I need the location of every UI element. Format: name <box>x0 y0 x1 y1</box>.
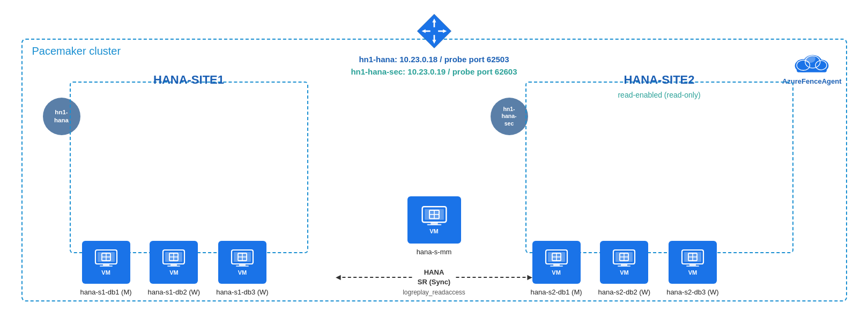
middle-vm-container: VM hana-s-mm <box>407 196 461 256</box>
load-balancer-icon <box>414 12 453 50</box>
vm-card-site2-db2: VM hana-s2-db2 (W) <box>598 241 651 296</box>
arrow-left-icon: ◄ <box>334 273 343 282</box>
monitor-icon <box>681 249 704 267</box>
monitor-icon <box>421 205 448 226</box>
vm-icon-middle: VM <box>407 196 461 244</box>
site1-vms: VM hana-s1-db1 (M) VM hana-s1-db2 (W) <box>80 241 269 296</box>
vm-label-site1-db2: hana-s1-db2 (W) <box>148 288 201 296</box>
vm-card-site2-db3: VM hana-s2-db3 (W) <box>666 241 719 296</box>
dashed-line-left <box>343 277 412 278</box>
vm-icon-site2-db3: VM <box>669 241 717 284</box>
sync-arrows: ◄ HANA SR (Sync) ► <box>334 268 534 287</box>
monitor-icon <box>612 249 636 267</box>
vm-label-site2-db3: hana-s2-db3 (W) <box>666 288 719 296</box>
diagram-wrapper: Pacemaker cluster hn1-hana: 10.23.0.18 /… <box>11 12 858 312</box>
vm-label-middle: hana-s-mm <box>417 248 452 256</box>
node-circle-secondary: hn1-hana-sec <box>491 98 528 135</box>
vm-icon-site1-db1: VM <box>82 241 130 284</box>
vm-label-site1-db3: hana-s1-db3 (W) <box>216 288 269 296</box>
svg-rect-65 <box>686 266 699 267</box>
site2-vms: VM hana-s2-db1 (M) VM hana-s2-db2 (W) <box>531 241 719 296</box>
svg-rect-12 <box>797 65 827 72</box>
site2-title: HANA-SITE2 <box>624 73 694 87</box>
monitor-icon <box>94 249 118 267</box>
vm-label-site2-db2: hana-s2-db2 (W) <box>598 288 651 296</box>
vm-card-site2-db1: VM hana-s2-db1 (M) <box>531 241 582 296</box>
svg-rect-30 <box>167 266 180 267</box>
svg-rect-44 <box>427 224 441 225</box>
monitor-icon <box>162 249 186 267</box>
read-enabled-label: read-enabled (read-only) <box>618 91 700 99</box>
svg-rect-23 <box>100 266 113 267</box>
monitor-icon <box>231 249 254 267</box>
svg-rect-58 <box>618 266 630 267</box>
site1-box: HANA-SITE1 <box>70 82 308 253</box>
load-balancer-container: hn1-hana: 10.23.0.18 / probe port 62503 … <box>351 12 517 78</box>
sync-area: ◄ HANA SR (Sync) ► logreplay_readaccess <box>334 268 534 296</box>
svg-rect-37 <box>236 266 249 267</box>
dashed-line-right <box>456 277 525 278</box>
lb-primary-label: hn1-hana: 10.23.0.18 / probe port 62503 <box>351 54 517 66</box>
fence-agent: AzureFenceAgent <box>782 49 842 85</box>
site2-box: HANA-SITE2 read-enabled (read-only) <box>525 82 793 253</box>
vm-label-site1-db1: hana-s1-db1 (M) <box>80 288 132 296</box>
vm-icon-site1-db3: VM <box>218 241 266 284</box>
cluster-label: Pacemaker cluster <box>32 45 121 57</box>
vm-icon-site2-db1: VM <box>532 241 581 284</box>
lb-secondary-label: hn1-hana-sec: 10.23.0.19 / probe port 62… <box>351 66 517 78</box>
vm-card-site1-db1: VM hana-s1-db1 (M) <box>80 241 132 296</box>
site1-title: HANA-SITE1 <box>153 73 224 87</box>
azure-fence-icon <box>793 49 830 75</box>
sync-sub-label: logreplay_readaccess <box>334 289 534 296</box>
sync-label: HANA SR (Sync) <box>412 268 456 287</box>
vm-card-site1-db2: VM hana-s1-db2 (W) <box>148 241 201 296</box>
vm-label-site2-db1: hana-s2-db1 (M) <box>531 288 582 296</box>
lb-labels: hn1-hana: 10.23.0.18 / probe port 62503 … <box>351 54 517 78</box>
monitor-icon <box>545 249 568 267</box>
vm-icon-site2-db2: VM <box>600 241 648 284</box>
svg-rect-51 <box>550 266 563 267</box>
vm-card-site1-db3: VM hana-s1-db3 (W) <box>216 241 269 296</box>
vm-icon-site1-db2: VM <box>150 241 198 284</box>
